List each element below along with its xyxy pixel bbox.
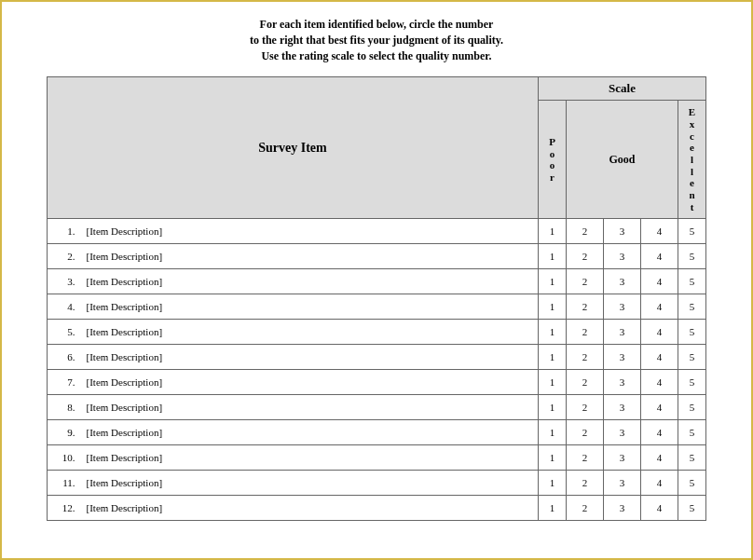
row-number: 9. <box>48 420 77 445</box>
row-number: 6. <box>48 345 77 370</box>
rating-cell-5[interactable]: 5 <box>678 320 706 345</box>
rating-cell-5[interactable]: 5 <box>678 244 706 269</box>
rating-cell-4[interactable]: 4 <box>641 445 678 471</box>
rating-cell-1[interactable]: 1 <box>539 420 567 445</box>
row-number: 5. <box>48 320 77 345</box>
rating-cell-3[interactable]: 3 <box>604 471 641 496</box>
rating-cell-2[interactable]: 2 <box>567 269 604 294</box>
row-description: [Item Description] <box>77 269 539 294</box>
rating-cell-3[interactable]: 3 <box>604 320 641 345</box>
rating-cell-4[interactable]: 4 <box>641 370 678 395</box>
rating-cell-4[interactable]: 4 <box>641 420 678 445</box>
rating-cell-3[interactable]: 3 <box>604 269 641 294</box>
rating-cell-5[interactable]: 5 <box>678 496 706 521</box>
row-number: 2. <box>48 244 77 269</box>
table-row: 12.[Item Description]12345 <box>48 496 706 521</box>
row-description: [Item Description] <box>77 345 539 370</box>
header-good: Good <box>567 101 678 219</box>
rating-cell-5[interactable]: 5 <box>678 269 706 294</box>
row-description: [Item Description] <box>77 294 539 320</box>
row-description: [Item Description] <box>77 244 539 269</box>
rating-cell-4[interactable]: 4 <box>641 471 678 496</box>
rating-cell-1[interactable]: 1 <box>539 244 567 269</box>
rating-cell-4[interactable]: 4 <box>641 244 678 269</box>
table-row: 4.[Item Description]12345 <box>48 294 706 320</box>
table-row: 1.[Item Description]12345 <box>48 219 706 244</box>
table-row: 3.[Item Description]12345 <box>48 269 706 294</box>
rating-cell-1[interactable]: 1 <box>539 471 567 496</box>
table-row: 5.[Item Description]12345 <box>48 320 706 345</box>
table-row: 8.[Item Description]12345 <box>48 395 706 420</box>
rating-cell-3[interactable]: 3 <box>604 445 641 471</box>
rating-cell-5[interactable]: 5 <box>678 370 706 395</box>
table-row: 10.[Item Description]12345 <box>48 445 706 471</box>
header-poor: Poor <box>539 101 567 219</box>
rating-cell-3[interactable]: 3 <box>604 395 641 420</box>
rating-cell-1[interactable]: 1 <box>539 345 567 370</box>
row-number: 8. <box>48 395 77 420</box>
header-scale: Scale <box>539 77 706 101</box>
rating-cell-3[interactable]: 3 <box>604 219 641 244</box>
rating-cell-1[interactable]: 1 <box>539 395 567 420</box>
rating-cell-4[interactable]: 4 <box>641 496 678 521</box>
rating-cell-3[interactable]: 3 <box>604 496 641 521</box>
rating-cell-2[interactable]: 2 <box>567 471 604 496</box>
instruction-line-2: to the right that best fits your judgmen… <box>250 34 503 47</box>
rating-cell-5[interactable]: 5 <box>678 471 706 496</box>
rating-cell-2[interactable]: 2 <box>567 294 604 320</box>
rating-cell-4[interactable]: 4 <box>641 269 678 294</box>
header-survey-item: Survey Item <box>48 77 539 219</box>
rating-cell-2[interactable]: 2 <box>567 219 604 244</box>
row-number: 3. <box>48 269 77 294</box>
table-row: 11.[Item Description]12345 <box>48 471 706 496</box>
rating-cell-5[interactable]: 5 <box>678 219 706 244</box>
rating-cell-4[interactable]: 4 <box>641 294 678 320</box>
rating-cell-5[interactable]: 5 <box>678 395 706 420</box>
rating-cell-3[interactable]: 3 <box>604 420 641 445</box>
rating-cell-2[interactable]: 2 <box>567 345 604 370</box>
rating-cell-5[interactable]: 5 <box>678 420 706 445</box>
row-number: 1. <box>48 219 77 244</box>
rating-cell-1[interactable]: 1 <box>539 370 567 395</box>
rating-cell-1[interactable]: 1 <box>539 269 567 294</box>
row-description: [Item Description] <box>77 219 539 244</box>
rating-cell-3[interactable]: 3 <box>604 294 641 320</box>
instruction-line-3: Use the rating scale to select the quali… <box>261 49 491 62</box>
instruction-line-1: For each item identified below, circle t… <box>260 18 494 31</box>
rating-cell-1[interactable]: 1 <box>539 294 567 320</box>
rating-cell-5[interactable]: 5 <box>678 445 706 471</box>
rating-cell-2[interactable]: 2 <box>567 370 604 395</box>
row-description: [Item Description] <box>77 320 539 345</box>
row-description: [Item Description] <box>77 471 539 496</box>
rating-cell-3[interactable]: 3 <box>604 244 641 269</box>
rating-cell-2[interactable]: 2 <box>567 244 604 269</box>
table-body: 1.[Item Description]123452.[Item Descrip… <box>48 219 706 521</box>
row-description: [Item Description] <box>77 445 539 471</box>
rating-cell-2[interactable]: 2 <box>567 445 604 471</box>
rating-cell-4[interactable]: 4 <box>641 395 678 420</box>
rating-cell-4[interactable]: 4 <box>641 219 678 244</box>
row-description: [Item Description] <box>77 420 539 445</box>
row-number: 10. <box>48 445 77 471</box>
rating-cell-3[interactable]: 3 <box>604 370 641 395</box>
rating-cell-1[interactable]: 1 <box>539 219 567 244</box>
table-row: 9.[Item Description]12345 <box>48 420 706 445</box>
rating-cell-1[interactable]: 1 <box>539 320 567 345</box>
rating-cell-2[interactable]: 2 <box>567 496 604 521</box>
row-number: 7. <box>48 370 77 395</box>
rating-cell-2[interactable]: 2 <box>567 320 604 345</box>
table-row: 2.[Item Description]12345 <box>48 244 706 269</box>
rating-cell-1[interactable]: 1 <box>539 445 567 471</box>
instructions-block: For each item identified below, circle t… <box>47 17 706 63</box>
rating-cell-3[interactable]: 3 <box>604 345 641 370</box>
rating-cell-2[interactable]: 2 <box>567 420 604 445</box>
row-description: [Item Description] <box>77 496 539 521</box>
rating-cell-4[interactable]: 4 <box>641 345 678 370</box>
rating-cell-4[interactable]: 4 <box>641 320 678 345</box>
table-row: 7.[Item Description]12345 <box>48 370 706 395</box>
rating-cell-5[interactable]: 5 <box>678 294 706 320</box>
rating-cell-2[interactable]: 2 <box>567 395 604 420</box>
survey-table: Survey Item Scale Poor Good Excellent 1.… <box>47 76 706 521</box>
rating-cell-5[interactable]: 5 <box>678 345 706 370</box>
rating-cell-1[interactable]: 1 <box>539 496 567 521</box>
